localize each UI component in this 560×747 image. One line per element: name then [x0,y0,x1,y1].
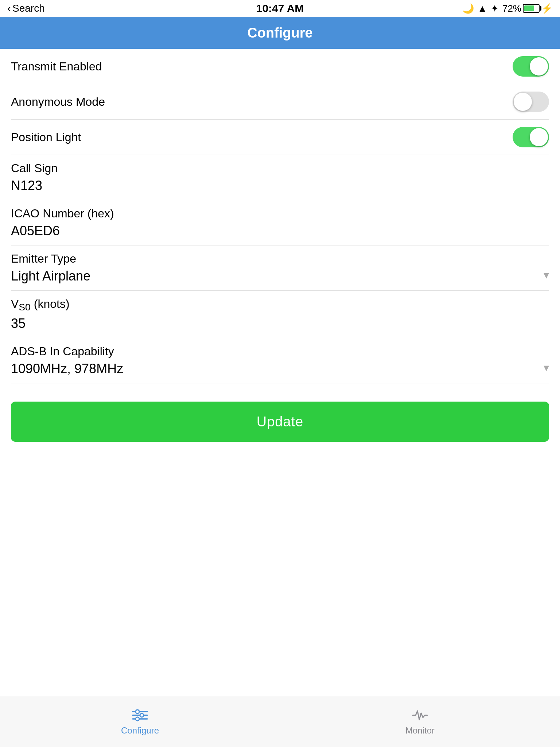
moon-icon: 🌙 [462,3,474,14]
location-icon: ▲ [478,3,487,14]
update-button-container: Update [0,391,560,453]
icao-number-row[interactable]: ICAO Number (hex) A05ED6 [11,200,549,245]
position-light-knob [530,128,548,146]
back-chevron-icon: ‹ [7,2,11,15]
transmit-enabled-toggle[interactable] [513,56,549,77]
call-sign-row[interactable]: Call Sign N123 [11,155,549,200]
adsb-label: ADS-B In Capability [11,345,114,358]
svg-point-5 [136,717,139,721]
charging-icon: ⚡ [541,3,553,14]
configure-tab-label: Configure [121,725,159,736]
icao-number-label: ICAO Number (hex) [11,207,114,220]
adsb-chevron-icon: ▾ [544,361,549,374]
tab-configure[interactable]: Configure [0,696,280,747]
status-right: 🌙 ▲ ✦ 72% ⚡ [462,3,553,14]
anonymous-mode-row: Anonymous Mode [11,84,549,120]
call-sign-value: N123 [11,178,42,193]
emitter-type-value: Light Airplane [11,268,90,284]
form-section: Transmit Enabled Anonymous Mode Position… [0,49,560,383]
transmit-enabled-knob [530,57,548,76]
nav-header: Configure [0,17,560,49]
monitor-tab-label: Monitor [405,725,435,736]
anonymous-mode-toggle[interactable] [513,92,549,112]
adsb-row[interactable]: ADS-B In Capability 1090MHz, 978MHz ▾ [11,338,549,383]
battery-percentage: 72% [502,3,521,14]
vso-sub: S0 [19,302,31,313]
adsb-value: 1090MHz, 978MHz [11,361,123,376]
status-time: 10:47 AM [256,2,304,15]
emitter-type-row[interactable]: Emitter Type Light Airplane ▾ [11,245,549,291]
form-content: Transmit Enabled Anonymous Mode Position… [0,49,560,453]
position-light-row: Position Light [11,120,549,155]
vso-unit: (knots) [34,297,70,310]
emitter-type-label: Emitter Type [11,252,76,266]
call-sign-label: Call Sign [11,162,58,175]
svg-point-3 [136,710,139,713]
battery-container: 72% ⚡ [502,3,553,14]
tab-monitor[interactable]: Monitor [280,696,560,747]
vso-row[interactable]: VS0 (knots) 35 [11,291,549,338]
page-title: Configure [247,25,312,41]
emitter-type-chevron-icon: ▾ [544,268,549,281]
monitor-icon [411,708,429,723]
battery-fill [524,5,534,11]
adsb-select-row: 1090MHz, 978MHz ▾ [11,358,549,376]
anonymous-mode-knob [514,93,532,111]
transmit-enabled-label: Transmit Enabled [11,60,102,73]
back-label: Search [12,3,45,14]
vso-label: VS0 (knots) [11,297,70,313]
update-button[interactable]: Update [11,402,549,442]
tab-bar: Configure Monitor [0,696,560,747]
bluetooth-icon: ✦ [491,3,499,14]
status-bar: ‹ Search 10:47 AM 🌙 ▲ ✦ 72% ⚡ [0,0,560,17]
vso-value: 35 [11,316,26,331]
battery-icon [523,4,540,13]
transmit-enabled-row: Transmit Enabled [11,49,549,84]
anonymous-mode-label: Anonymous Mode [11,95,105,109]
configure-icon [131,708,149,723]
position-light-label: Position Light [11,131,81,144]
position-light-toggle[interactable] [513,127,549,147]
emitter-type-select-row: Light Airplane ▾ [11,266,549,284]
icao-number-value: A05ED6 [11,223,60,239]
back-button[interactable]: ‹ Search [7,2,45,15]
svg-point-4 [140,713,144,717]
